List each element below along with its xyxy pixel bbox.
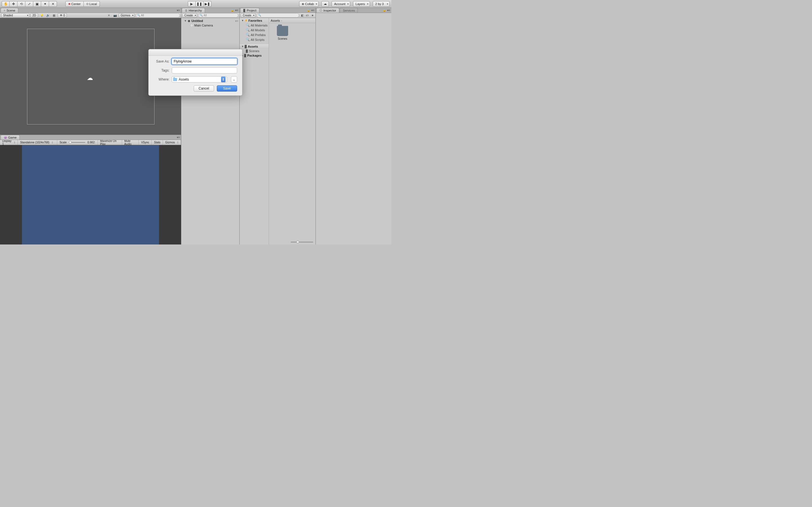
scale-tool[interactable]: ⤢ [26, 1, 33, 7]
save-as-input[interactable] [172, 58, 237, 64]
filter-icon[interactable]: ◧ [300, 13, 304, 17]
lock-icon[interactable]: 🔒 [231, 9, 234, 12]
favorites-header[interactable]: ▼★Favorites [240, 18, 269, 23]
scene-tab-row: ⌗Scene ▾≡ [0, 8, 181, 13]
panel-menu-icon[interactable]: ▾≡ [311, 9, 314, 12]
asset-item[interactable]: Scenes [274, 26, 291, 40]
favorite-filter[interactable]: 🔍All Models [240, 27, 269, 33]
aspect-dropdown[interactable]: Standalone (1024x768) [18, 140, 57, 145]
project-create-button[interactable]: Create [241, 13, 255, 17]
label-icon[interactable]: 🏷 [305, 13, 309, 17]
account-dropdown[interactable]: Account [332, 1, 350, 7]
hierarchy-tab[interactable]: ☰Hierarchy [182, 8, 205, 13]
hierarchy-search[interactable]: All [198, 13, 238, 17]
panel-menu-icon[interactable]: ▾≡ [177, 9, 180, 12]
project-search[interactable] [257, 13, 299, 17]
expand-button[interactable]: ⌄ [231, 76, 237, 82]
fx-toggle[interactable]: ▦ [52, 13, 57, 17]
where-label: Where: [154, 77, 169, 81]
collab-dropdown[interactable]: ◉ Collab [299, 1, 319, 7]
project-tab[interactable]: ▉Project [240, 8, 259, 13]
shading-dropdown[interactable]: Shaded [1, 13, 29, 17]
scene-name: Untitled [192, 19, 203, 22]
maximize-toggle[interactable]: Maximize On Play [98, 140, 122, 145]
grid-size-slider[interactable] [291, 240, 313, 243]
scene-menu-icon[interactable]: ▾≡ [235, 19, 238, 22]
pause-button[interactable]: ❚❚ [196, 1, 204, 7]
save-as-label: Save As: [154, 59, 169, 63]
game-toolbar: Display 1 Standalone (1024x768) Scale0.9… [0, 140, 181, 145]
inspector-icon: ⓘ [319, 8, 322, 12]
transform-tool[interactable]: ✦ [41, 1, 49, 7]
disclosure-icon: ▼ [184, 19, 187, 22]
mute-toggle[interactable]: Mute Audio [122, 140, 139, 145]
scale-control[interactable]: Scale0.982: [57, 140, 98, 145]
stats-toggle[interactable]: Stats [152, 140, 163, 145]
lock-icon[interactable]: 🔒 [307, 9, 310, 12]
inspector-body [316, 13, 391, 244]
panel-menu-icon[interactable]: ▾≡ [177, 136, 180, 139]
transform-tools: ✋ ✥ ⟲ ⤢ ▣ ✦ ✕ [2, 1, 57, 7]
layout-dropdown[interactable]: 2 by 3 [373, 1, 390, 7]
favorite-filter[interactable]: 🔍All Prefabs [240, 33, 269, 37]
favorite-icon[interactable]: ★ [310, 13, 314, 17]
lock-icon[interactable]: 🔒 [383, 9, 386, 12]
hierarchy-create-button[interactable]: Create [183, 13, 197, 17]
rotate-tool[interactable]: ⟲ [17, 1, 26, 7]
search-icon: 🔍 [246, 23, 250, 27]
pivot-local-button[interactable]: Local [84, 1, 100, 7]
project-grid: Assets› Scenes [269, 18, 315, 244]
hierarchy-item-label: Main Camera [194, 24, 213, 27]
main-toolbar: ✋ ✥ ⟲ ⤢ ▣ ✦ ✕ Center Local ▶ ❚❚ ▶❚ ◉ Col… [0, 0, 391, 8]
custom-tool[interactable]: ✕ [49, 1, 57, 7]
panel-menu-icon[interactable]: ▾≡ [387, 9, 390, 12]
display-dropdown[interactable]: Display 1 [0, 140, 18, 145]
folder-item[interactable]: ▉Scenes [240, 49, 269, 53]
scene-tab[interactable]: ⌗Scene [1, 8, 18, 13]
save-dialog: Save As: Tags: Where: Assets ▲▼ ⌄ Cancel… [148, 49, 243, 96]
project-toolbar: Create ◧ 🏷 ★ [240, 13, 315, 18]
where-dropdown[interactable]: Assets ▲▼ [172, 76, 227, 82]
hand-tool[interactable]: ✋ [2, 1, 10, 7]
play-controls: ▶ ❚❚ ▶❚ [188, 1, 211, 7]
camera-icon[interactable]: 📷 [112, 13, 117, 17]
hidden-count[interactable]: 👁0 [58, 13, 67, 17]
scene-root[interactable]: ▼ ⬢ Untitled ▾≡ [181, 18, 239, 23]
gizmo-settings[interactable]: ✕ [106, 13, 111, 17]
inspector-tab[interactable]: ⓘInspector [316, 8, 339, 13]
tags-input[interactable] [172, 67, 237, 73]
scene-icon: ⌗ [4, 9, 5, 12]
game-tab-row: 👾Game ▾≡ [0, 135, 181, 140]
unity-logo-icon: ⬢ [188, 19, 190, 22]
cloud-button[interactable]: ☁ [321, 1, 329, 7]
breadcrumb[interactable]: Assets› [269, 18, 315, 23]
vsync-toggle[interactable]: VSync [139, 140, 152, 145]
center-icon [68, 3, 70, 5]
gizmos-dropdown[interactable]: Gizmos [119, 13, 135, 17]
hierarchy-item[interactable]: Main Camera [181, 23, 239, 27]
game-gizmos-dropdown[interactable]: Gizmos [163, 140, 181, 145]
favorite-filter[interactable]: 🔍All Scripts [240, 37, 269, 42]
stepper-icon: ▲▼ [221, 76, 225, 82]
layers-dropdown[interactable]: Layers [353, 1, 370, 7]
cancel-button[interactable]: Cancel [194, 86, 214, 92]
favorite-filter[interactable]: 🔍All Materials [240, 23, 269, 27]
scene-search[interactable]: All [136, 13, 180, 17]
rect-tool[interactable]: ▣ [33, 1, 41, 7]
mode-2d-button[interactable]: 2D [31, 13, 38, 17]
assets-folder[interactable]: ▼▉Assets [240, 44, 269, 49]
game-tab[interactable]: 👾Game [1, 135, 20, 140]
save-button[interactable]: Save [217, 86, 237, 92]
audio-toggle[interactable]: 🔊 [45, 13, 50, 17]
star-icon: ★ [245, 18, 248, 22]
step-button[interactable]: ▶❚ [204, 1, 211, 7]
move-tool[interactable]: ✥ [10, 1, 17, 7]
folder-icon [277, 26, 288, 36]
panel-menu-icon[interactable]: ▾≡ [235, 9, 238, 12]
packages-folder[interactable]: ▶▉Packages [240, 53, 269, 58]
gameobject-icon [190, 23, 194, 27]
play-button[interactable]: ▶ [188, 1, 196, 7]
pivot-center-button[interactable]: Center [65, 1, 84, 7]
services-tab[interactable]: Services [340, 8, 358, 13]
lighting-toggle[interactable]: 💡 [39, 13, 44, 17]
